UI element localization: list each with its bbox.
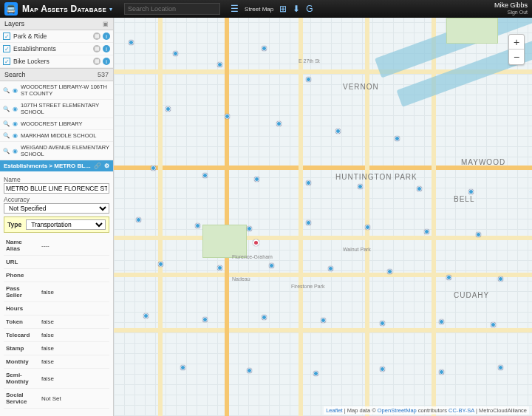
app-title: Map Assets Database xyxy=(22,4,106,14)
map-marker[interactable] xyxy=(195,223,200,228)
layers-icon[interactable]: ☰ xyxy=(231,4,239,14)
detail-key: Semi-Monthly xyxy=(4,369,39,389)
map-marker[interactable] xyxy=(247,226,252,231)
map-marker[interactable] xyxy=(417,186,422,191)
map-marker[interactable] xyxy=(446,275,451,280)
sign-out-link[interactable]: Sign Out xyxy=(494,9,528,16)
sidebar: Layers ▣ ✓Park & Ride▦i✓Establishments▦i… xyxy=(0,18,114,416)
map-marker[interactable] xyxy=(424,229,429,234)
map-marker[interactable] xyxy=(313,371,318,376)
map-marker[interactable] xyxy=(306,220,311,225)
map-marker[interactable] xyxy=(173,51,178,56)
map-marker[interactable] xyxy=(498,365,503,370)
layer-opts-icon[interactable]: ▦ xyxy=(93,58,100,65)
map-marker[interactable] xyxy=(151,166,156,171)
layer-checkbox[interactable]: ✓ xyxy=(3,58,10,65)
layer-opts-icon[interactable]: ▦ xyxy=(93,45,100,52)
map-marker[interactable] xyxy=(365,225,370,230)
map-marker[interactable] xyxy=(321,318,326,323)
layer-checkbox[interactable]: ✓ xyxy=(3,45,10,52)
search-result-row[interactable]: 🔍◉MARKHAM MIDDLE SCHOOL xyxy=(0,130,113,142)
map-marker[interactable] xyxy=(136,217,141,222)
layer-row[interactable]: ✓Bike Lockers▦i xyxy=(0,55,113,68)
map-marker[interactable] xyxy=(387,269,392,274)
map-marker[interactable] xyxy=(202,173,208,178)
breadcrumb-parent[interactable]: Establishments xyxy=(4,163,47,169)
map-marker[interactable] xyxy=(306,77,311,82)
search-result-row[interactable]: 🔍◉WEIGAND AVENUE ELEMENTARY SCHOOL xyxy=(0,142,113,160)
map-marker[interactable] xyxy=(254,177,259,182)
result-label: WOODCREST LIBRARY-W 106TH ST COUNTY xyxy=(21,83,110,97)
marker-icon: ◉ xyxy=(13,148,18,154)
detail-value xyxy=(39,269,109,282)
search-panel-header[interactable]: Search 537 xyxy=(0,68,113,81)
map-marker[interactable] xyxy=(225,114,230,119)
detail-value: false xyxy=(39,342,109,355)
accuracy-select[interactable]: Not Specified xyxy=(4,203,109,214)
link-icon[interactable]: 🔗 xyxy=(94,163,101,169)
map-marker[interactable] xyxy=(491,322,496,327)
map-marker[interactable] xyxy=(180,365,185,370)
map-marker[interactable] xyxy=(217,265,222,270)
map-marker[interactable] xyxy=(262,46,267,51)
map-marker[interactable] xyxy=(335,129,341,134)
map-marker[interactable] xyxy=(439,319,444,324)
map-canvas[interactable]: VERNONHUNTINGTON PARKMAYWOODBELLCUDAHY E… xyxy=(114,18,532,416)
search-result-row[interactable]: 🔍◉WOODCREST LIBRARY-W 106TH ST COUNTY xyxy=(0,81,113,100)
map-marker[interactable] xyxy=(358,184,363,189)
city-label: CUDAHY xyxy=(454,291,489,299)
google-icon[interactable]: G xyxy=(306,4,313,14)
map-marker[interactable] xyxy=(269,263,274,268)
license-link[interactable]: CC-BY-SA xyxy=(449,407,474,414)
basemap-label[interactable]: Street Map xyxy=(245,6,273,13)
map-marker[interactable] xyxy=(468,189,474,194)
map-marker[interactable] xyxy=(395,136,400,141)
collapse-icon[interactable]: ▣ xyxy=(103,21,109,27)
map-marker[interactable] xyxy=(306,180,311,185)
detail-value: false xyxy=(39,369,109,389)
detail-value xyxy=(39,302,109,316)
map-marker[interactable] xyxy=(166,106,171,112)
map-marker[interactable] xyxy=(380,366,385,372)
search-location-input[interactable] xyxy=(124,3,220,15)
layer-opts-icon[interactable]: ▦ xyxy=(93,33,100,40)
type-select[interactable]: Transportation xyxy=(26,219,106,230)
user-menu[interactable]: Mike Gibbs Sign Out xyxy=(494,2,528,16)
map-marker[interactable] xyxy=(498,276,503,282)
layer-info-icon[interactable]: i xyxy=(103,33,110,40)
gear-icon[interactable]: ⚙ xyxy=(104,163,109,169)
map-marker[interactable] xyxy=(380,321,385,326)
detail-value: false xyxy=(39,316,109,329)
layer-row[interactable]: ✓Establishments▦i xyxy=(0,43,113,55)
result-label: 107TH STREET ELEMENTARY SCHOOL xyxy=(21,102,110,115)
map-marker[interactable] xyxy=(276,121,282,126)
search-result-row[interactable]: 🔍◉WOODCREST LIBRARY xyxy=(0,118,113,130)
osm-link[interactable]: OpenStreetMap xyxy=(378,407,417,414)
name-field[interactable] xyxy=(4,183,109,194)
layer-checkbox[interactable]: ✓ xyxy=(3,33,10,40)
map-marker[interactable] xyxy=(439,369,444,375)
download-icon[interactable]: ⬇ xyxy=(293,4,300,14)
zoom-out-button[interactable]: − xyxy=(509,50,524,64)
map-marker[interactable] xyxy=(143,313,149,318)
add-icon[interactable]: ⊞ xyxy=(279,4,287,14)
result-label: WOODCREST LIBRARY xyxy=(21,120,83,127)
map-marker[interactable] xyxy=(328,266,333,271)
map-marker[interactable] xyxy=(129,40,134,45)
search-result-row[interactable]: 🔍◉107TH STREET ELEMENTARY SCHOOL xyxy=(0,100,113,118)
layers-panel-header[interactable]: Layers ▣ xyxy=(0,18,113,30)
layer-info-icon[interactable]: i xyxy=(103,58,110,65)
zoom-in-button[interactable]: + xyxy=(509,35,524,50)
map-marker[interactable] xyxy=(217,62,222,67)
layer-row[interactable]: ✓Park & Ride▦i xyxy=(0,30,113,43)
leaflet-link[interactable]: Leaflet xyxy=(326,407,343,414)
selected-marker[interactable] xyxy=(253,239,259,246)
map-marker[interactable] xyxy=(476,232,481,237)
detail-key: Telecard xyxy=(4,329,39,342)
title-dropdown-caret[interactable]: ▾ xyxy=(109,6,112,13)
layer-info-icon[interactable]: i xyxy=(103,45,110,52)
map-marker[interactable] xyxy=(202,317,208,322)
map-marker[interactable] xyxy=(158,262,163,267)
map-marker[interactable] xyxy=(262,315,267,320)
map-marker[interactable] xyxy=(247,368,252,373)
